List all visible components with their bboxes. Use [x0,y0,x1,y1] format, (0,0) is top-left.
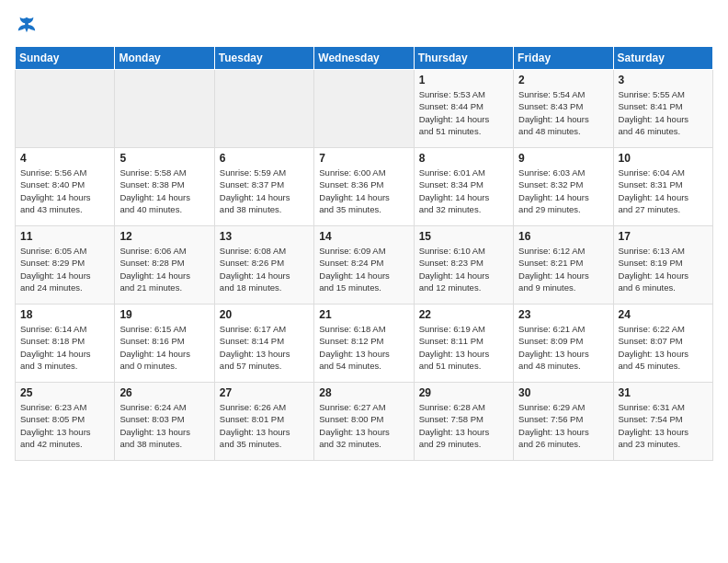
calendar-table: SundayMondayTuesdayWednesdayThursdayFrid… [15,46,713,461]
day-number: 13 [220,230,309,243]
calendar-day-header: Thursday [414,47,513,70]
day-number: 19 [119,308,209,321]
calendar-day-header: Wednesday [314,47,414,70]
day-detail: Sunrise: 5:53 AM Sunset: 8:44 PM Dayligh… [419,88,508,137]
day-number: 22 [419,308,508,321]
day-detail: Sunrise: 6:23 AM Sunset: 8:05 PM Dayligh… [20,401,109,450]
day-detail: Sunrise: 6:29 AM Sunset: 7:56 PM Dayligh… [518,401,608,450]
day-detail: Sunrise: 6:21 AM Sunset: 8:09 PM Dayligh… [518,323,608,372]
day-number: 16 [518,230,608,243]
calendar-day-cell: 8Sunrise: 6:01 AM Sunset: 8:34 PM Daylig… [414,148,513,226]
calendar-day-cell: 21Sunrise: 6:18 AM Sunset: 8:12 PM Dayli… [314,304,414,383]
day-detail: Sunrise: 6:14 AM Sunset: 8:18 PM Dayligh… [20,323,109,372]
day-number: 18 [20,308,109,321]
day-number: 1 [419,74,508,86]
day-detail: Sunrise: 6:15 AM Sunset: 8:16 PM Dayligh… [119,323,209,372]
calendar-week-row: 4Sunrise: 5:56 AM Sunset: 8:40 PM Daylig… [16,148,713,226]
calendar-day-cell: 14Sunrise: 6:09 AM Sunset: 8:24 PM Dayli… [314,226,414,304]
calendar-week-row: 11Sunrise: 6:05 AM Sunset: 8:29 PM Dayli… [16,226,713,304]
day-number: 30 [518,386,608,399]
day-number: 29 [419,386,508,399]
calendar-day-cell: 27Sunrise: 6:26 AM Sunset: 8:01 PM Dayli… [214,383,313,461]
day-number: 8 [419,152,508,165]
day-detail: Sunrise: 6:06 AM Sunset: 8:28 PM Dayligh… [119,245,209,293]
calendar-day-cell [214,70,313,148]
calendar-day-cell: 3Sunrise: 5:55 AM Sunset: 8:41 PM Daylig… [613,70,712,148]
calendar-day-cell: 10Sunrise: 6:04 AM Sunset: 8:31 PM Dayli… [613,148,712,226]
day-number: 15 [419,230,508,243]
calendar-day-cell [16,70,115,148]
page-container: SundayMondayTuesdayWednesdayThursdayFrid… [0,0,728,468]
calendar-day-cell: 17Sunrise: 6:13 AM Sunset: 8:19 PM Dayli… [613,226,712,304]
day-detail: Sunrise: 6:31 AM Sunset: 7:54 PM Dayligh… [619,401,708,450]
day-number: 20 [220,308,309,321]
day-number: 4 [20,152,109,165]
day-detail: Sunrise: 6:19 AM Sunset: 8:11 PM Dayligh… [419,323,508,372]
day-number: 7 [319,152,408,165]
calendar-day-cell: 22Sunrise: 6:19 AM Sunset: 8:11 PM Dayli… [414,304,513,383]
day-number: 26 [119,386,209,399]
day-number: 21 [319,308,408,321]
day-number: 9 [518,152,608,165]
day-number: 12 [119,230,209,243]
day-number: 31 [619,386,708,399]
calendar-week-row: 18Sunrise: 6:14 AM Sunset: 8:18 PM Dayli… [16,304,713,383]
day-detail: Sunrise: 6:28 AM Sunset: 7:58 PM Dayligh… [419,401,508,450]
calendar-day-cell: 24Sunrise: 6:22 AM Sunset: 8:07 PM Dayli… [613,304,712,383]
calendar-day-header: Friday [514,47,613,70]
day-number: 6 [220,152,309,165]
calendar-day-cell: 23Sunrise: 6:21 AM Sunset: 8:09 PM Dayli… [514,304,613,383]
calendar-day-cell: 11Sunrise: 6:05 AM Sunset: 8:29 PM Dayli… [16,226,115,304]
day-detail: Sunrise: 6:24 AM Sunset: 8:03 PM Dayligh… [119,401,209,450]
day-detail: Sunrise: 5:59 AM Sunset: 8:37 PM Dayligh… [220,167,309,215]
day-detail: Sunrise: 6:12 AM Sunset: 8:21 PM Dayligh… [518,245,608,293]
day-detail: Sunrise: 6:10 AM Sunset: 8:23 PM Dayligh… [419,245,508,293]
calendar-day-cell: 28Sunrise: 6:27 AM Sunset: 8:00 PM Dayli… [314,383,414,461]
day-number: 25 [20,386,109,399]
day-detail: Sunrise: 5:54 AM Sunset: 8:43 PM Dayligh… [518,88,608,137]
day-detail: Sunrise: 5:55 AM Sunset: 8:41 PM Dayligh… [619,88,708,137]
calendar-day-cell [314,70,414,148]
day-detail: Sunrise: 6:08 AM Sunset: 8:26 PM Dayligh… [220,245,309,293]
logo-text [15,15,37,35]
calendar-week-row: 1Sunrise: 5:53 AM Sunset: 8:44 PM Daylig… [16,70,713,148]
calendar-day-cell [115,70,214,148]
calendar-day-cell: 16Sunrise: 6:12 AM Sunset: 8:21 PM Dayli… [514,226,613,304]
calendar-day-cell: 1Sunrise: 5:53 AM Sunset: 8:44 PM Daylig… [414,70,513,148]
calendar-header-row: SundayMondayTuesdayWednesdayThursdayFrid… [16,47,713,70]
day-number: 10 [619,152,708,165]
day-number: 24 [619,308,708,321]
calendar-day-header: Tuesday [214,47,313,70]
day-detail: Sunrise: 6:27 AM Sunset: 8:00 PM Dayligh… [319,401,408,450]
day-detail: Sunrise: 5:58 AM Sunset: 8:38 PM Dayligh… [119,167,209,215]
day-detail: Sunrise: 6:01 AM Sunset: 8:34 PM Dayligh… [419,167,508,215]
calendar-day-cell: 13Sunrise: 6:08 AM Sunset: 8:26 PM Dayli… [214,226,313,304]
day-number: 14 [319,230,408,243]
calendar-day-cell: 25Sunrise: 6:23 AM Sunset: 8:05 PM Dayli… [16,383,115,461]
calendar-day-header: Sunday [16,47,115,70]
day-detail: Sunrise: 6:03 AM Sunset: 8:32 PM Dayligh… [518,167,608,215]
day-detail: Sunrise: 6:13 AM Sunset: 8:19 PM Dayligh… [619,245,708,293]
calendar-day-cell: 20Sunrise: 6:17 AM Sunset: 8:14 PM Dayli… [214,304,313,383]
calendar-day-cell: 31Sunrise: 6:31 AM Sunset: 7:54 PM Dayli… [613,383,712,461]
calendar-day-header: Monday [115,47,214,70]
day-number: 17 [619,230,708,243]
calendar-day-cell: 7Sunrise: 6:00 AM Sunset: 8:36 PM Daylig… [314,148,414,226]
day-detail: Sunrise: 6:26 AM Sunset: 8:01 PM Dayligh… [220,401,309,450]
calendar-day-cell: 9Sunrise: 6:03 AM Sunset: 8:32 PM Daylig… [514,148,613,226]
day-detail: Sunrise: 6:22 AM Sunset: 8:07 PM Dayligh… [619,323,708,372]
day-detail: Sunrise: 5:56 AM Sunset: 8:40 PM Dayligh… [20,167,109,215]
calendar-day-cell: 15Sunrise: 6:10 AM Sunset: 8:23 PM Dayli… [414,226,513,304]
day-detail: Sunrise: 6:09 AM Sunset: 8:24 PM Dayligh… [319,245,408,293]
calendar-day-cell: 29Sunrise: 6:28 AM Sunset: 7:58 PM Dayli… [414,383,513,461]
day-number: 23 [518,308,608,321]
day-number: 2 [518,74,608,86]
day-number: 27 [220,386,309,399]
day-number: 28 [319,386,408,399]
calendar-day-cell: 30Sunrise: 6:29 AM Sunset: 7:56 PM Dayli… [514,383,613,461]
calendar-day-cell: 5Sunrise: 5:58 AM Sunset: 8:38 PM Daylig… [115,148,214,226]
calendar-day-cell: 18Sunrise: 6:14 AM Sunset: 8:18 PM Dayli… [16,304,115,383]
day-detail: Sunrise: 6:18 AM Sunset: 8:12 PM Dayligh… [319,323,408,372]
calendar-day-cell: 4Sunrise: 5:56 AM Sunset: 8:40 PM Daylig… [16,148,115,226]
calendar-day-cell: 2Sunrise: 5:54 AM Sunset: 8:43 PM Daylig… [514,70,613,148]
